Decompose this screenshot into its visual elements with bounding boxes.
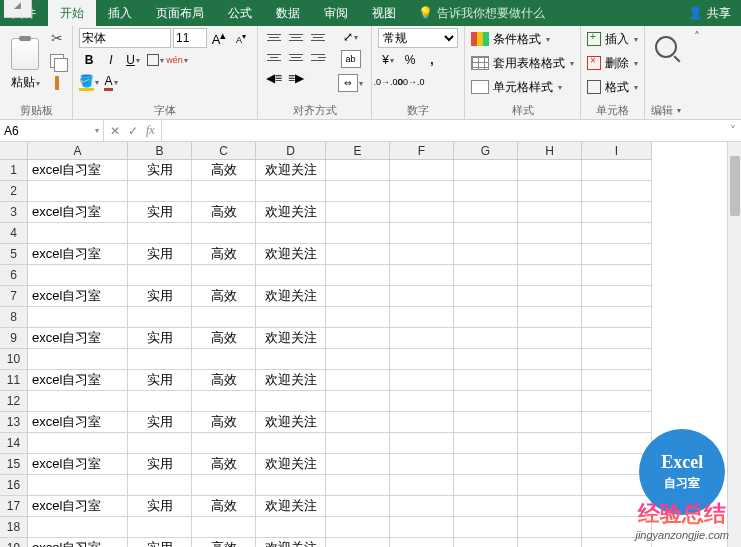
cell-B3[interactable]: 实用: [128, 202, 192, 223]
cell-I10[interactable]: [582, 349, 652, 370]
cell-C3[interactable]: 高效: [192, 202, 256, 223]
number-format-select[interactable]: 常规: [378, 28, 458, 48]
cell-B15[interactable]: 实用: [128, 454, 192, 475]
cell-E18[interactable]: [326, 517, 390, 538]
name-box[interactable]: A6 ▾: [0, 120, 104, 142]
accounting-format-button[interactable]: ¥▾: [378, 50, 398, 70]
italic-button[interactable]: I: [101, 50, 121, 70]
cell-D16[interactable]: [256, 475, 326, 496]
cell-F2[interactable]: [390, 181, 454, 202]
cell-A9[interactable]: excel自习室: [28, 328, 128, 349]
row-header-16[interactable]: 16: [0, 475, 28, 496]
cell-H8[interactable]: [518, 307, 582, 328]
cell-A17[interactable]: excel自习室: [28, 496, 128, 517]
cell-C19[interactable]: 高效: [192, 538, 256, 547]
cell-C5[interactable]: 高效: [192, 244, 256, 265]
cell-C15[interactable]: 高效: [192, 454, 256, 475]
cell-E17[interactable]: [326, 496, 390, 517]
cell-styles-button[interactable]: 单元格样式▾: [471, 76, 574, 98]
cell-F16[interactable]: [390, 475, 454, 496]
cell-F19[interactable]: [390, 538, 454, 547]
cell-C7[interactable]: 高效: [192, 286, 256, 307]
cell-E7[interactable]: [326, 286, 390, 307]
row-header-13[interactable]: 13: [0, 412, 28, 433]
cell-F3[interactable]: [390, 202, 454, 223]
cell-H7[interactable]: [518, 286, 582, 307]
cell-G10[interactable]: [454, 349, 518, 370]
cell-G17[interactable]: [454, 496, 518, 517]
cell-A18[interactable]: [28, 517, 128, 538]
cell-E8[interactable]: [326, 307, 390, 328]
row-header-11[interactable]: 11: [0, 370, 28, 391]
cell-C1[interactable]: 高效: [192, 160, 256, 181]
decrease-decimal-button[interactable]: .00→.0: [400, 72, 420, 92]
row-header-8[interactable]: 8: [0, 307, 28, 328]
cell-D14[interactable]: [256, 433, 326, 454]
cell-B13[interactable]: 实用: [128, 412, 192, 433]
cell-B10[interactable]: [128, 349, 192, 370]
underline-button[interactable]: U▾: [123, 50, 143, 70]
font-size-select[interactable]: [173, 28, 207, 48]
cut-button[interactable]: ✂: [49, 28, 65, 48]
enter-formula-button[interactable]: ✓: [128, 124, 138, 138]
copy-button[interactable]: [48, 52, 66, 70]
cell-I6[interactable]: [582, 265, 652, 286]
cell-B17[interactable]: 实用: [128, 496, 192, 517]
cell-D17[interactable]: 欢迎关注: [256, 496, 326, 517]
cell-G8[interactable]: [454, 307, 518, 328]
cell-F11[interactable]: [390, 370, 454, 391]
row-header-7[interactable]: 7: [0, 286, 28, 307]
format-painter-button[interactable]: [53, 74, 61, 92]
cell-F1[interactable]: [390, 160, 454, 181]
column-header-E[interactable]: E: [326, 142, 390, 160]
scroll-thumb[interactable]: [730, 156, 740, 216]
cell-H12[interactable]: [518, 391, 582, 412]
cell-H11[interactable]: [518, 370, 582, 391]
cell-E9[interactable]: [326, 328, 390, 349]
align-middle-button[interactable]: [286, 28, 306, 46]
cell-A19[interactable]: excel自习室: [28, 538, 128, 547]
cell-E10[interactable]: [326, 349, 390, 370]
delete-cells-button[interactable]: 删除▾: [587, 52, 638, 74]
cell-G15[interactable]: [454, 454, 518, 475]
row-header-9[interactable]: 9: [0, 328, 28, 349]
cell-C6[interactable]: [192, 265, 256, 286]
cell-H2[interactable]: [518, 181, 582, 202]
cell-I18[interactable]: [582, 517, 652, 538]
column-header-H[interactable]: H: [518, 142, 582, 160]
align-right-button[interactable]: [308, 48, 328, 66]
cell-A2[interactable]: [28, 181, 128, 202]
column-header-G[interactable]: G: [454, 142, 518, 160]
cell-I8[interactable]: [582, 307, 652, 328]
cell-D19[interactable]: 欢迎关注: [256, 538, 326, 547]
cell-I17[interactable]: [582, 496, 652, 517]
cell-I19[interactable]: [582, 538, 652, 547]
row-header-2[interactable]: 2: [0, 181, 28, 202]
cell-A4[interactable]: [28, 223, 128, 244]
cell-H10[interactable]: [518, 349, 582, 370]
cell-E4[interactable]: [326, 223, 390, 244]
cell-F10[interactable]: [390, 349, 454, 370]
cancel-formula-button[interactable]: ✕: [110, 124, 120, 138]
cell-A5[interactable]: excel自习室: [28, 244, 128, 265]
cell-H17[interactable]: [518, 496, 582, 517]
cell-C10[interactable]: [192, 349, 256, 370]
cell-F14[interactable]: [390, 433, 454, 454]
cell-F18[interactable]: [390, 517, 454, 538]
cell-D9[interactable]: 欢迎关注: [256, 328, 326, 349]
cell-C11[interactable]: 高效: [192, 370, 256, 391]
cell-E1[interactable]: [326, 160, 390, 181]
cell-I7[interactable]: [582, 286, 652, 307]
cell-E15[interactable]: [326, 454, 390, 475]
row-header-17[interactable]: 17: [0, 496, 28, 517]
row-header-12[interactable]: 12: [0, 391, 28, 412]
border-button[interactable]: ▾: [145, 50, 165, 70]
font-color-button[interactable]: A▾: [101, 72, 121, 92]
insert-cells-button[interactable]: 插入▾: [587, 28, 638, 50]
cell-H14[interactable]: [518, 433, 582, 454]
row-header-19[interactable]: 19: [0, 538, 28, 547]
cell-D1[interactable]: 欢迎关注: [256, 160, 326, 181]
cell-G16[interactable]: [454, 475, 518, 496]
tell-me[interactable]: 💡 告诉我你想要做什么: [418, 5, 545, 22]
align-top-button[interactable]: [264, 28, 284, 46]
